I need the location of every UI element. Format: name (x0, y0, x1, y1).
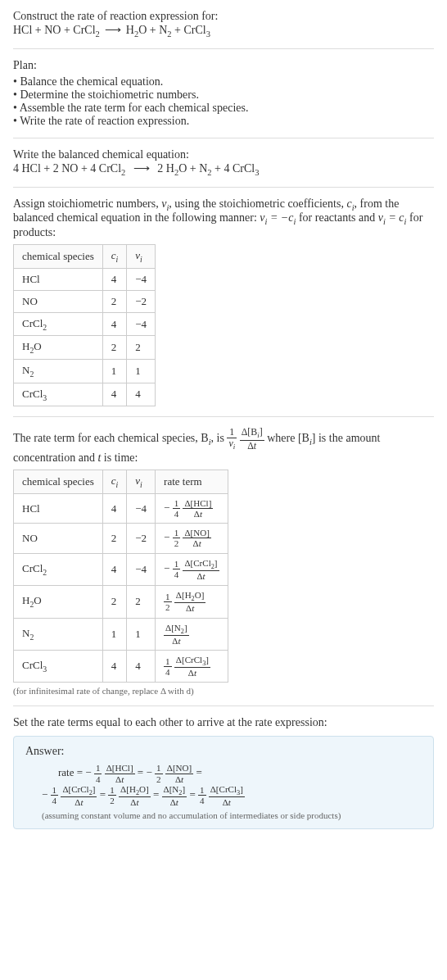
cell-c: 1 (102, 359, 127, 383)
unbalanced-equation: HCl + NO + CrCl2⟶H2O + N2 + CrCl3 (13, 23, 434, 39)
col-ci: ci (102, 470, 127, 494)
cell-species: CrCl2 (14, 312, 103, 336)
cell-rate-term: 14 Δ[CrCl3]Δt (156, 650, 228, 682)
text: , is (211, 433, 228, 445)
plan-item: Balance the chemical equation. (13, 75, 434, 88)
cell-species: HCl (14, 268, 103, 290)
text: where [B (267, 433, 309, 445)
rate-expression: rate = − 14 Δ[HCl]Δt = − 12 Δ[NO]Δt = (58, 763, 422, 783)
cell-c: 4 (102, 312, 127, 336)
cell-v: 4 (127, 650, 156, 682)
rateterm-section: The rate term for each chemical species,… (13, 427, 434, 706)
cell-c: 1 (102, 618, 127, 650)
balanced-title: Write the balanced chemical equation: (13, 148, 434, 161)
cell-v: 1 (127, 618, 156, 650)
cell-species: H2O (14, 336, 103, 360)
cell-rate-term: − 12 Δ[NO]Δt (156, 524, 228, 553)
intro-section: Construct the rate of reaction expressio… (13, 10, 434, 49)
text: The rate term for each chemical species,… (13, 433, 209, 445)
cell-species: N2 (14, 359, 103, 383)
balanced-equation: 4 HCl + 2 NO + 4 CrCl2 ⟶ 2 H2O + N2 + 4 … (13, 161, 434, 177)
rateterm-note: (for infinitesimal rate of change, repla… (13, 686, 434, 696)
plan-title: Plan: (13, 59, 434, 72)
col-species: chemical species (14, 245, 103, 269)
stoich-intro: Assign stoichiometric numbers, νi, using… (13, 197, 434, 240)
table-row: HCl 4 −4 − 14 Δ[HCl]Δt (14, 494, 228, 524)
cell-c: 4 (102, 553, 127, 585)
plan-section: Plan: Balance the chemical equation. Det… (13, 59, 434, 138)
intro-prompt: Construct the rate of reaction expressio… (13, 10, 434, 23)
final-title: Set the rate terms equal to each other t… (13, 716, 434, 729)
final-section: Set the rate terms equal to each other t… (13, 716, 434, 839)
table-row: NO 2 −2 − 12 Δ[NO]Δt (14, 524, 228, 553)
cell-species: NO (14, 524, 103, 553)
cell-c: 2 (102, 336, 127, 360)
cell-c: 2 (102, 524, 127, 553)
rate-expression-line2: − 14 Δ[CrCl2]Δt = 12 Δ[H2O]Δt = Δ[N2]Δt … (42, 784, 422, 807)
col-rate-term: rate term (156, 470, 228, 494)
col-vi: νi (127, 470, 156, 494)
cell-v: −4 (127, 553, 156, 585)
cell-c: 2 (102, 290, 127, 312)
table-row: CrCl2 4 −4 − 14 Δ[CrCl2]Δt (14, 553, 228, 585)
cell-c: 4 (102, 268, 127, 290)
cell-v: −4 (127, 268, 156, 290)
coef-hcl: 4 (13, 162, 19, 175)
cell-rate-term: − 14 Δ[CrCl2]Δt (156, 553, 228, 585)
cell-v: −2 (127, 524, 156, 553)
cell-v: 1 (127, 359, 156, 383)
table-row: CrCl3 4 4 14 Δ[CrCl3]Δt (14, 650, 228, 682)
stoich-section: Assign stoichiometric numbers, νi, using… (13, 197, 434, 418)
coef-h2o: 2 (157, 162, 163, 175)
cell-v: −4 (127, 494, 156, 524)
table-row: H2O 2 2 12 Δ[H2O]Δt (14, 586, 228, 618)
coef-no: 2 (53, 162, 59, 175)
cell-species: HCl (14, 494, 103, 524)
cell-rate-term: 12 Δ[H2O]Δt (156, 586, 228, 618)
table-row: N2 1 1 Δ[N2]Δt (14, 618, 228, 650)
table-header-row: chemical species ci νi (14, 245, 156, 269)
frac-dbi-dt: Δ[Bi]Δt (240, 427, 264, 451)
answer-label: Answer: (25, 745, 422, 758)
cell-c: 4 (102, 650, 127, 682)
stoich-table: chemical species ci νi HCl4−4 NO2−2 CrCl… (13, 244, 156, 406)
cell-v: 4 (127, 383, 156, 406)
answer-note: (assuming constant volume and no accumul… (42, 810, 422, 820)
table-row: N211 (14, 359, 156, 383)
plan-item: Write the rate of reaction expression. (13, 115, 434, 128)
cell-v: −4 (127, 312, 156, 336)
cell-v: 2 (127, 586, 156, 618)
table-header-row: chemical species ci νi rate term (14, 470, 228, 494)
cell-species: NO (14, 290, 103, 312)
cell-species: N2 (14, 618, 103, 650)
text: is time: (101, 451, 138, 464)
table-row: H2O22 (14, 336, 156, 360)
table-row: HCl4−4 (14, 268, 156, 290)
plan-item: Assemble the rate term for each chemical… (13, 102, 434, 115)
coef-crcl3: 4 (224, 162, 230, 175)
text: , using the stoichiometric coefficients, (169, 197, 346, 210)
cell-c: 4 (102, 494, 127, 524)
cell-v: 2 (127, 336, 156, 360)
text: Assign stoichiometric numbers, (13, 197, 161, 210)
cell-rate-term: − 14 Δ[HCl]Δt (156, 494, 228, 524)
plan-list: Balance the chemical equation. Determine… (13, 75, 434, 128)
col-species: chemical species (14, 470, 103, 494)
plan-item: Determine the stoichiometric numbers. (13, 88, 434, 102)
cell-v: −2 (127, 290, 156, 312)
rateterm-table: chemical species ci νi rate term HCl 4 −… (13, 470, 228, 683)
col-vi: νi (127, 245, 156, 269)
cell-species: CrCl3 (14, 650, 103, 682)
cell-c: 4 (102, 383, 127, 406)
cell-species: CrCl3 (14, 383, 103, 406)
frac-one-over-nu: 1νi (227, 427, 237, 451)
cell-rate-term: Δ[N2]Δt (156, 618, 228, 650)
table-row: CrCl344 (14, 383, 156, 406)
rateterm-intro: The rate term for each chemical species,… (13, 427, 434, 465)
cell-species: H2O (14, 586, 103, 618)
col-ci: ci (102, 245, 127, 269)
text: for reactants and (296, 211, 377, 224)
cell-species: CrCl2 (14, 553, 103, 585)
coef-crcl2: 4 (90, 162, 96, 175)
table-row: NO2−2 (14, 290, 156, 312)
